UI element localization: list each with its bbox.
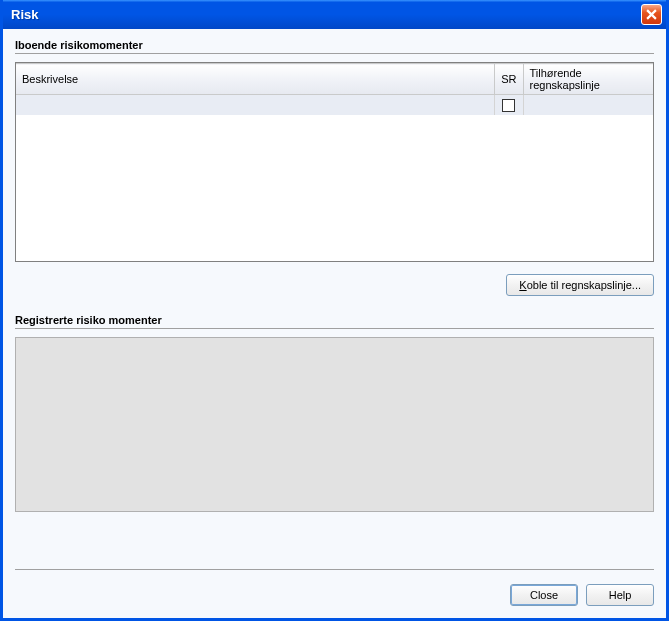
footer-buttons: Close Help [15, 584, 654, 606]
risk-table-container: Beskrivelse SR Tilhørende regnskapslinje [15, 62, 654, 262]
help-button[interactable]: Help [586, 584, 654, 606]
footer-divider [15, 569, 654, 570]
cell-sr[interactable] [495, 95, 523, 115]
risk-table: Beskrivelse SR Tilhørende regnskapslinje [16, 63, 653, 115]
section1-label: Iboende risikomomenter [15, 39, 654, 51]
cell-regnskap[interactable] [523, 95, 653, 115]
dialog-content: Iboende risikomomenter Beskrivelse SR Ti… [3, 29, 666, 618]
close-button[interactable]: Close [510, 584, 578, 606]
column-header-regnskap[interactable]: Tilhørende regnskapslinje [523, 64, 653, 95]
cell-beskrivelse[interactable] [16, 95, 495, 115]
section1-button-row: Koble til regnskapslinje... [15, 274, 654, 296]
divider [15, 53, 654, 54]
section2-label: Registrerte risiko momenter [15, 314, 654, 326]
titlebar: Risk [3, 0, 666, 29]
table-row[interactable] [16, 95, 653, 115]
registered-risk-panel [15, 337, 654, 512]
dialog-window: Risk Iboende risikomomenter Beskrivelse … [0, 0, 669, 621]
spacer [15, 512, 654, 559]
divider [15, 328, 654, 329]
column-header-beskrivelse[interactable]: Beskrivelse [16, 64, 495, 95]
link-regnskapslinje-button[interactable]: Koble til regnskapslinje... [506, 274, 654, 296]
window-title: Risk [11, 7, 641, 22]
close-icon[interactable] [641, 4, 662, 25]
checkbox-sr[interactable] [502, 99, 515, 112]
column-header-sr[interactable]: SR [495, 64, 523, 95]
